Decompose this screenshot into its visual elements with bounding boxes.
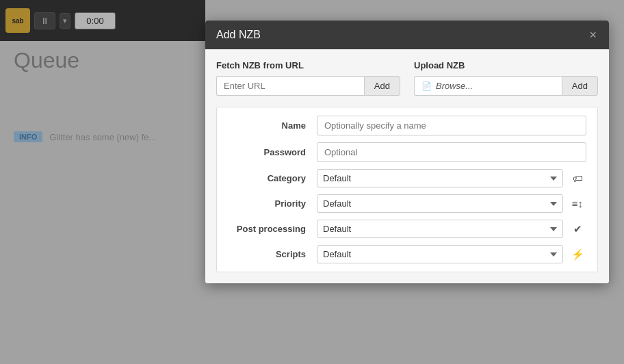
browse-label: Browse... xyxy=(436,81,473,91)
priority-row: Priority Default Low Normal High Force ≡… xyxy=(228,194,586,213)
password-control-wrap xyxy=(317,142,586,162)
password-row: Password xyxy=(228,142,586,162)
fetch-section-label: Fetch NZB from URL xyxy=(216,60,400,70)
browse-row: 📄 Browse... Add xyxy=(414,76,598,96)
modal-header: Add NZB × xyxy=(205,21,609,49)
modal-body: Fetch NZB from URL Add Upload NZB 📄 Brow… xyxy=(205,49,609,283)
category-label: Category xyxy=(228,173,317,183)
modal-close-button[interactable]: × xyxy=(588,29,598,41)
scripts-control-wrap: Default None ⚡ xyxy=(317,245,586,263)
name-control-wrap xyxy=(317,116,586,135)
file-icon: 📄 xyxy=(421,81,432,91)
upload-section: Upload NZB 📄 Browse... Add xyxy=(414,60,598,96)
form-section: Name Password Category Default Movies xyxy=(216,107,598,272)
scripts-lightning-icon: ⚡ xyxy=(569,246,586,263)
modal-title: Add NZB xyxy=(216,29,261,41)
scripts-select[interactable]: Default None xyxy=(317,245,563,263)
category-control-wrap: Default Movies TV Music Other 🏷 xyxy=(317,169,586,187)
post-processing-control-wrap: Default None Repair Unpack Delete ✔ xyxy=(317,220,586,238)
scripts-label: Scripts xyxy=(228,249,317,259)
priority-label: Priority xyxy=(228,198,317,209)
priority-select[interactable]: Default Low Normal High Force xyxy=(317,194,563,213)
add-nzb-modal: Add NZB × Fetch NZB from URL Add Upload … xyxy=(205,21,609,283)
priority-sort-icon: ≡↕ xyxy=(569,195,586,213)
browse-button[interactable]: 📄 Browse... xyxy=(414,76,562,96)
upload-section-label: Upload NZB xyxy=(414,60,598,70)
category-tag-icon: 🏷 xyxy=(569,170,586,187)
url-add-button[interactable]: Add xyxy=(364,76,400,96)
url-input-row: Add xyxy=(216,76,400,96)
scripts-row: Scripts Default None ⚡ xyxy=(228,245,586,263)
name-input[interactable] xyxy=(317,116,586,135)
password-input[interactable] xyxy=(317,142,586,162)
post-processing-check-icon: ✔ xyxy=(569,220,586,238)
password-label: Password xyxy=(228,147,317,157)
name-label: Name xyxy=(228,120,317,131)
fetch-section: Fetch NZB from URL Add xyxy=(216,60,400,96)
category-row: Category Default Movies TV Music Other 🏷 xyxy=(228,169,586,187)
post-processing-select[interactable]: Default None Repair Unpack Delete xyxy=(317,220,563,238)
priority-control-wrap: Default Low Normal High Force ≡↕ xyxy=(317,194,586,213)
post-processing-label: Post processing xyxy=(228,224,317,234)
category-select[interactable]: Default Movies TV Music Other xyxy=(317,169,563,187)
post-processing-row: Post processing Default None Repair Unpa… xyxy=(228,220,586,238)
upload-add-button[interactable]: Add xyxy=(562,76,598,96)
fetch-upload-row: Fetch NZB from URL Add Upload NZB 📄 Brow… xyxy=(216,60,598,96)
name-row: Name xyxy=(228,116,586,135)
url-input[interactable] xyxy=(216,76,364,96)
